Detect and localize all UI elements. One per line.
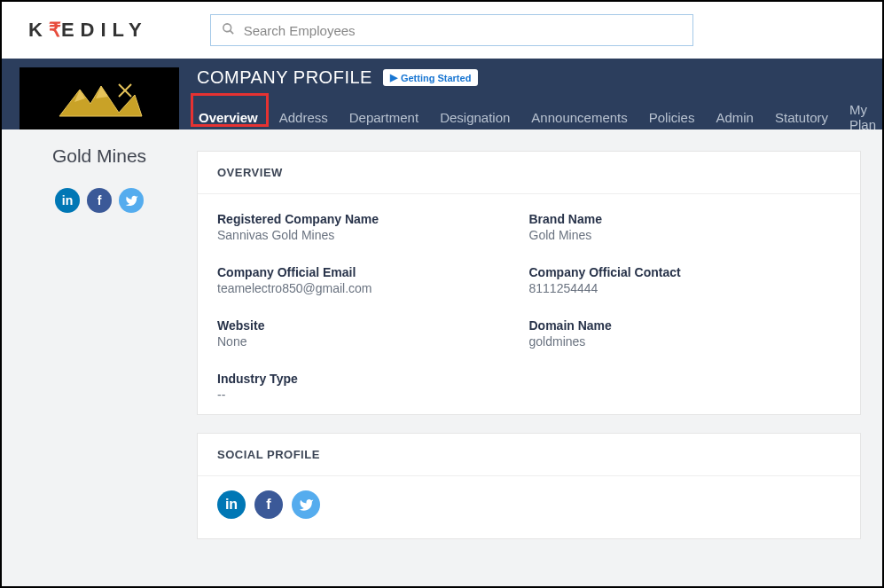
svg-point-0 xyxy=(223,24,231,32)
tab-designation[interactable]: Designation xyxy=(438,105,512,130)
field-company-contact: Company Official Contact 8111254444 xyxy=(529,265,841,295)
field-label: Company Official Contact xyxy=(529,265,841,279)
search-icon xyxy=(222,22,235,38)
company-name: Gold Mines xyxy=(2,145,197,167)
field-registered-company-name: Registered Company Name Sannivas Gold Mi… xyxy=(217,212,529,242)
tab-my-plan[interactable]: My Plan xyxy=(848,97,882,137)
facebook-icon[interactable]: f xyxy=(87,188,112,213)
company-logo-box xyxy=(20,67,179,129)
tab-admin[interactable]: Admin xyxy=(714,105,755,130)
search-wrap[interactable] xyxy=(210,14,693,46)
tab-announcements[interactable]: Announcements xyxy=(529,105,629,130)
overview-card-title: OVERVIEW xyxy=(198,152,860,194)
page-title: COMPANY PROFILE xyxy=(197,67,372,88)
field-label: Registered Company Name xyxy=(217,212,529,226)
company-logo-icon xyxy=(55,77,144,120)
field-company-email: Company Official Email teamelectro850@gm… xyxy=(217,265,529,295)
tab-address[interactable]: Address xyxy=(278,105,330,130)
content-area: OVERVIEW Registered Company Name Sanniva… xyxy=(197,129,882,588)
field-label: Company Official Email xyxy=(217,265,529,279)
social-profile-card: SOCIAL PROFILE in f xyxy=(197,433,861,539)
field-label: Website xyxy=(217,318,529,333)
field-value: Sannivas Gold Mines xyxy=(217,228,529,242)
tab-department[interactable]: Department xyxy=(348,105,420,130)
getting-started-button[interactable]: ▶ Getting Started xyxy=(383,69,478,86)
getting-started-label: Getting Started xyxy=(401,73,471,83)
field-label: Domain Name xyxy=(529,318,841,333)
tab-statutory[interactable]: Statutory xyxy=(773,105,830,130)
field-label: Industry Type xyxy=(217,372,529,386)
social-card-title: SOCIAL PROFILE xyxy=(198,434,860,476)
search-input[interactable] xyxy=(244,23,682,38)
svg-line-1 xyxy=(230,30,233,34)
linkedin-icon[interactable]: in xyxy=(55,188,80,213)
twitter-icon[interactable] xyxy=(292,490,320,519)
body-area: Gold Mines in f OVERVIEW Registered Comp… xyxy=(2,129,882,588)
play-icon: ▶ xyxy=(390,72,397,83)
brand-logo: K₹EDILY xyxy=(28,19,148,42)
field-label: Brand Name xyxy=(529,212,841,226)
field-value: -- xyxy=(217,388,529,402)
twitter-icon[interactable] xyxy=(119,188,144,213)
field-domain-name: Domain Name goldmines xyxy=(529,318,841,349)
field-value: teamelectro850@gmail.com xyxy=(217,281,529,295)
field-value: None xyxy=(217,334,529,349)
linkedin-icon[interactable]: in xyxy=(217,490,246,519)
sidebar-social-row: in f xyxy=(2,188,197,213)
tab-overview[interactable]: Overview xyxy=(197,105,260,130)
field-industry-type: Industry Type -- xyxy=(217,372,529,402)
overview-card: OVERVIEW Registered Company Name Sanniva… xyxy=(197,151,861,415)
field-website: Website None xyxy=(217,318,529,349)
field-value: goldmines xyxy=(529,334,841,349)
field-value: Gold Mines xyxy=(529,228,841,242)
field-value: 8111254444 xyxy=(529,281,841,295)
top-bar: K₹EDILY xyxy=(2,2,882,59)
sidebar: Gold Mines in f xyxy=(2,129,197,588)
field-brand-name: Brand Name Gold Mines xyxy=(529,212,841,242)
facebook-icon[interactable]: f xyxy=(254,490,283,519)
tab-policies[interactable]: Policies xyxy=(647,105,697,130)
